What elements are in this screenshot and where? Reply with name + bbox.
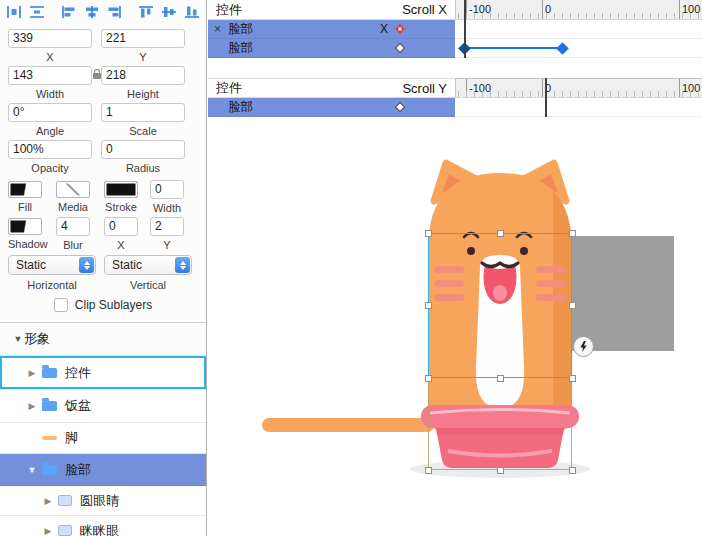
ruler-tick: [542, 79, 543, 97]
playhead[interactable]: [545, 78, 547, 117]
selection-handle[interactable]: [497, 230, 504, 237]
remove-row-icon[interactable]: ×: [214, 22, 228, 36]
inspector-panel: X Y Width Height Angle Scale Opacity Rad…: [0, 0, 207, 536]
timeline-section-header-x[interactable]: 控件 Scroll X: [208, 0, 455, 20]
layer-row-controls[interactable]: ▶ 控件: [0, 356, 206, 390]
layer-row-squint-eyes[interactable]: ▶ 眯眯眼: [0, 516, 206, 536]
layer-row-face[interactable]: ▼ 脸部: [0, 454, 206, 486]
distribute-horizontal-icon[interactable]: [5, 4, 24, 20]
selection-handle[interactable]: [497, 375, 504, 382]
shadow-y-label: Y: [150, 239, 184, 251]
selection-handle[interactable]: [569, 302, 576, 309]
diamond-icon[interactable]: [394, 42, 406, 54]
fill-swatch[interactable]: [8, 181, 42, 198]
selection-rect[interactable]: [428, 233, 572, 378]
width-field[interactable]: [8, 66, 92, 85]
align-right-icon[interactable]: [105, 4, 124, 20]
height-field[interactable]: [101, 66, 185, 85]
red-diamond-x-icon[interactable]: [394, 23, 406, 35]
layer-label: 控件: [65, 364, 91, 382]
stroke-swatch[interactable]: [104, 181, 138, 198]
canvas[interactable]: [208, 117, 702, 536]
disclosure-closed-icon[interactable]: ▶: [26, 368, 38, 378]
layer-thumb-icon: [58, 525, 72, 536]
shadow-y-field[interactable]: [150, 217, 184, 236]
ruler-tick: [542, 0, 543, 19]
ruler-label: -100: [469, 82, 491, 94]
diamond-icon[interactable]: [394, 101, 406, 113]
selection-handle[interactable]: [425, 467, 432, 474]
driver-action-button[interactable]: [573, 336, 594, 357]
lock-icon[interactable]: [93, 73, 101, 79]
angle-field[interactable]: [8, 103, 92, 122]
align-top-icon[interactable]: [137, 4, 156, 20]
layers-panel: ▼ 形象 ▶ 控件 ▶ 饭盆 脚 ▼ 脸部: [0, 322, 206, 536]
opacity-field[interactable]: [8, 140, 92, 159]
shadow-label: Shadow: [8, 238, 42, 250]
disclosure-open-icon[interactable]: ▼: [12, 334, 24, 344]
timeline-row-face-x2[interactable]: 脸部: [208, 39, 455, 58]
disclosure-open-icon[interactable]: ▼: [26, 465, 38, 475]
radius-field[interactable]: [101, 140, 185, 159]
shape-layer-icon: [42, 436, 57, 440]
timeline-ruler-y[interactable]: -100 0 100: [455, 78, 702, 98]
vertical-driver-select[interactable]: Static: [104, 255, 192, 275]
align-left-icon[interactable]: [60, 4, 79, 20]
disclosure-closed-icon[interactable]: ▶: [26, 401, 38, 411]
media-swatch[interactable]: [56, 181, 90, 198]
align-center-horizontal-icon[interactable]: [82, 4, 101, 20]
layer-group-header[interactable]: ▼ 形象: [0, 323, 206, 356]
clip-sublayers-checkbox[interactable]: [54, 298, 68, 312]
selection-handle[interactable]: [569, 230, 576, 237]
vertical-driver-value: Static: [112, 258, 142, 272]
blur-field[interactable]: [56, 217, 90, 236]
selection-handle[interactable]: [425, 375, 432, 382]
distribute-vertical-icon[interactable]: [28, 4, 47, 20]
scale-field-label: Scale: [101, 125, 185, 137]
ruler-label: 0: [545, 3, 551, 15]
timeline-track[interactable]: [455, 20, 702, 39]
shadow-swatch[interactable]: [8, 218, 42, 235]
layer-row-bowl[interactable]: ▶ 饭盆: [0, 390, 206, 423]
timeline-row-face-y[interactable]: 脸部: [208, 98, 455, 117]
selection-handle[interactable]: [569, 467, 576, 474]
y-field[interactable]: [101, 29, 185, 48]
shadow-x-field[interactable]: [104, 217, 138, 236]
driver-name: 控件: [216, 79, 242, 97]
timeline-row-label: 脸部: [228, 40, 253, 57]
gray-overlay-rect[interactable]: [572, 236, 674, 351]
timeline-track[interactable]: [455, 98, 702, 117]
layer-row-round-eyes[interactable]: ▶ 圆眼睛: [0, 486, 206, 516]
shadow-x-label: X: [104, 239, 138, 251]
ruler-label: 100: [682, 3, 700, 15]
layer-label: 脚: [65, 429, 78, 447]
selection-handle[interactable]: [425, 302, 432, 309]
layer-label: 脸部: [65, 461, 91, 479]
horizontal-label: Horizontal: [8, 279, 96, 291]
media-label: Media: [56, 201, 90, 213]
ruler-label: 100: [682, 82, 700, 94]
timeline-ruler-x[interactable]: -100 0 100: [455, 0, 702, 20]
selection-handle[interactable]: [569, 375, 576, 382]
align-bottom-icon[interactable]: [182, 4, 201, 20]
selection-handle[interactable]: [497, 467, 504, 474]
timeline-section-header-y[interactable]: 控件 Scroll Y: [208, 78, 455, 98]
fill-label: Fill: [8, 201, 42, 213]
clip-sublayers-row: Clip Sublayers: [0, 298, 206, 312]
playhead[interactable]: [464, 0, 466, 58]
stroke-width-label: Width: [150, 202, 184, 214]
horizontal-driver-select[interactable]: Static: [8, 255, 96, 275]
driver-property: Scroll X: [402, 2, 447, 17]
layer-row-foot[interactable]: 脚: [0, 423, 206, 454]
selection-handle[interactable]: [425, 230, 432, 237]
stroke-width-field[interactable]: [150, 180, 184, 199]
align-center-vertical-icon[interactable]: [160, 4, 179, 20]
driver-property: Scroll Y: [402, 81, 447, 96]
disclosure-closed-icon[interactable]: ▶: [42, 496, 54, 506]
scale-field[interactable]: [101, 103, 185, 122]
x-field[interactable]: [8, 29, 92, 48]
timeline-row-face-x[interactable]: × 脸部 X: [208, 20, 455, 39]
disclosure-closed-icon[interactable]: ▶: [42, 526, 54, 536]
stroke-label: Stroke: [104, 201, 138, 213]
width-field-label: Width: [8, 88, 92, 100]
